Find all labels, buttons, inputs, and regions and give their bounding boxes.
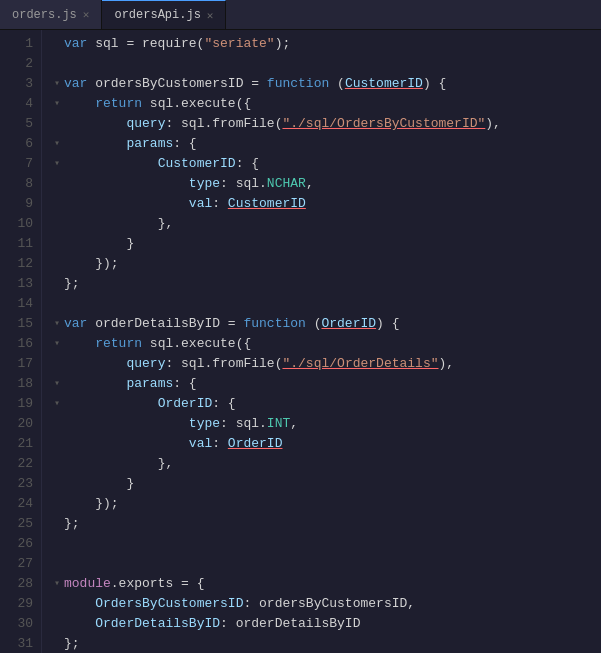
line-number-19: 19 (8, 394, 33, 414)
line-numbers: 1234567891011121314151617181920212223242… (0, 30, 42, 653)
line-number-17: 17 (8, 354, 33, 374)
tab-orders-js[interactable]: orders.js ✕ (0, 0, 102, 29)
code-text-21: val: OrderID (64, 434, 282, 454)
code-line-5: query: sql.fromFile("./sql/OrdersByCusto… (42, 114, 601, 134)
fold-gutter-18[interactable]: ▾ (50, 374, 64, 394)
code-line-9: val: CustomerID (42, 194, 601, 214)
code-text-11: } (64, 234, 134, 254)
line-number-13: 13 (8, 274, 33, 294)
code-line-23: } (42, 474, 601, 494)
code-line-3: ▾var ordersByCustomersID = function (Cus… (42, 74, 601, 94)
line-number-23: 23 (8, 474, 33, 494)
line-number-29: 29 (8, 594, 33, 614)
line-number-30: 30 (8, 614, 33, 634)
fold-gutter-7[interactable]: ▾ (50, 154, 64, 174)
code-text-28: module.exports = { (64, 574, 204, 594)
line-number-12: 12 (8, 254, 33, 274)
tab-ordersapi-js[interactable]: ordersApi.js ✕ (102, 0, 226, 29)
code-line-7: ▾ CustomerID: { (42, 154, 601, 174)
code-text-1: var sql = require("seriate"); (64, 34, 290, 54)
fold-gutter-3[interactable]: ▾ (50, 74, 64, 94)
code-text-15: var orderDetailsByID = function (OrderID… (64, 314, 399, 334)
line-number-5: 5 (8, 114, 33, 134)
code-text-30: OrderDetailsByID: orderDetailsByID (64, 614, 360, 634)
editor: orders.js ✕ ordersApi.js ✕ 1234567891011… (0, 0, 601, 653)
line-number-31: 31 (8, 634, 33, 653)
line-number-7: 7 (8, 154, 33, 174)
code-text-5: query: sql.fromFile("./sql/OrdersByCusto… (64, 114, 501, 134)
code-line-11: } (42, 234, 601, 254)
fold-gutter-28[interactable]: ▾ (50, 574, 64, 594)
code-line-22: }, (42, 454, 601, 474)
line-number-3: 3 (8, 74, 33, 94)
code-line-27 (42, 554, 601, 574)
code-line-12: }); (42, 254, 601, 274)
line-number-22: 22 (8, 454, 33, 474)
line-number-9: 9 (8, 194, 33, 214)
code-line-14 (42, 294, 601, 314)
code-line-31: }; (42, 634, 601, 653)
code-line-29: OrdersByCustomersID: ordersByCustomersID… (42, 594, 601, 614)
code-text-4: return sql.execute({ (64, 94, 251, 114)
line-number-16: 16 (8, 334, 33, 354)
line-number-2: 2 (8, 54, 33, 74)
fold-gutter-16[interactable]: ▾ (50, 334, 64, 354)
code-text-3: var ordersByCustomersID = function (Cust… (64, 74, 446, 94)
code-line-10: }, (42, 214, 601, 234)
line-number-28: 28 (8, 574, 33, 594)
code-line-2 (42, 54, 601, 74)
line-number-11: 11 (8, 234, 33, 254)
line-number-10: 10 (8, 214, 33, 234)
code-line-21: val: OrderID (42, 434, 601, 454)
code-text-16: return sql.execute({ (64, 334, 251, 354)
code-line-13: }; (42, 274, 601, 294)
tab-bar: orders.js ✕ ordersApi.js ✕ (0, 0, 601, 30)
line-number-8: 8 (8, 174, 33, 194)
code-area: 1234567891011121314151617181920212223242… (0, 30, 601, 653)
line-number-1: 1 (8, 34, 33, 54)
code-line-1: var sql = require("seriate"); (42, 34, 601, 54)
code-text-6: params: { (64, 134, 197, 154)
code-text-24: }); (64, 494, 119, 514)
code-text-23: } (64, 474, 134, 494)
code-content[interactable]: var sql = require("seriate");▾var orders… (42, 30, 601, 653)
code-line-25: }; (42, 514, 601, 534)
code-line-16: ▾ return sql.execute({ (42, 334, 601, 354)
line-number-18: 18 (8, 374, 33, 394)
fold-gutter-19[interactable]: ▾ (50, 394, 64, 414)
code-line-24: }); (42, 494, 601, 514)
line-number-4: 4 (8, 94, 33, 114)
fold-gutter-4[interactable]: ▾ (50, 94, 64, 114)
fold-gutter-15[interactable]: ▾ (50, 314, 64, 334)
line-number-21: 21 (8, 434, 33, 454)
code-line-4: ▾ return sql.execute({ (42, 94, 601, 114)
tab-orders-js-close[interactable]: ✕ (83, 8, 90, 21)
fold-gutter-6[interactable]: ▾ (50, 134, 64, 154)
code-text-8: type: sql.NCHAR, (64, 174, 314, 194)
code-text-17: query: sql.fromFile("./sql/OrderDetails"… (64, 354, 454, 374)
line-number-6: 6 (8, 134, 33, 154)
code-text-7: CustomerID: { (64, 154, 259, 174)
code-text-22: }, (64, 454, 173, 474)
code-text-10: }, (64, 214, 173, 234)
line-number-27: 27 (8, 554, 33, 574)
code-line-19: ▾ OrderID: { (42, 394, 601, 414)
code-text-29: OrdersByCustomersID: ordersByCustomersID… (64, 594, 415, 614)
code-text-13: }; (64, 274, 80, 294)
tab-ordersapi-js-close[interactable]: ✕ (207, 9, 214, 22)
tab-orders-js-label: orders.js (12, 8, 77, 22)
code-text-31: }; (64, 634, 80, 653)
line-number-14: 14 (8, 294, 33, 314)
tab-ordersapi-js-label: ordersApi.js (114, 8, 200, 22)
line-number-26: 26 (8, 534, 33, 554)
code-line-15: ▾var orderDetailsByID = function (OrderI… (42, 314, 601, 334)
code-text-19: OrderID: { (64, 394, 236, 414)
code-line-18: ▾ params: { (42, 374, 601, 394)
code-text-9: val: CustomerID (64, 194, 306, 214)
code-text-18: params: { (64, 374, 197, 394)
code-line-26 (42, 534, 601, 554)
code-line-30: OrderDetailsByID: orderDetailsByID (42, 614, 601, 634)
code-line-17: query: sql.fromFile("./sql/OrderDetails"… (42, 354, 601, 374)
code-line-28: ▾module.exports = { (42, 574, 601, 594)
line-number-15: 15 (8, 314, 33, 334)
